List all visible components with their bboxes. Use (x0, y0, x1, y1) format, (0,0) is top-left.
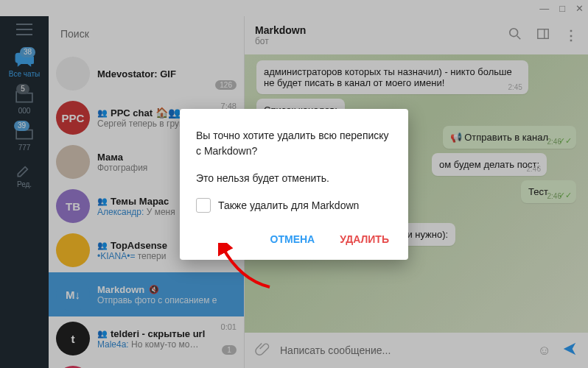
delete-button[interactable]: УДАЛИТЬ (337, 229, 392, 250)
cancel-button[interactable]: ОТМЕНА (267, 229, 318, 250)
checkbox-label: Также удалить для Markdown (218, 199, 359, 211)
dialog-text-2: Это нельзя будет отменить. (196, 171, 392, 186)
also-delete-checkbox[interactable] (196, 198, 211, 213)
dialog-text-1: Вы точно хотите удалить всю переписку с … (196, 128, 392, 159)
delete-dialog: Вы точно хотите удалить всю переписку с … (180, 109, 408, 260)
modal-overlay[interactable]: Вы точно хотите удалить всю переписку с … (0, 0, 588, 368)
